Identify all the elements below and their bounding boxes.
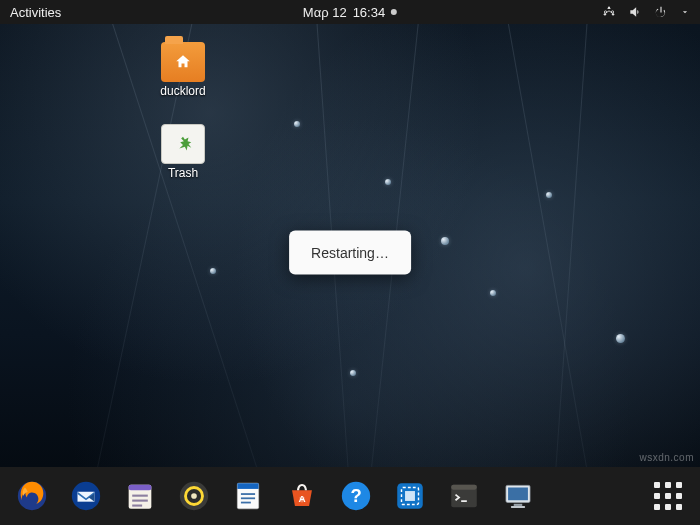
wallpaper-decoration [210,268,216,274]
svg-rect-15 [237,483,258,489]
trash-icon [161,124,205,164]
remote-desktop-icon [501,479,535,513]
firefox-icon [15,479,49,513]
wallpaper-decoration [350,370,356,376]
grid-dot-icon [654,482,660,488]
network-icon [602,5,616,19]
wallpaper-decoration [441,237,449,245]
volume-icon [628,5,642,19]
dock-item-remote[interactable] [496,474,540,518]
svg-rect-26 [451,485,477,490]
grid-dot-icon [654,493,660,499]
dock-item-rhythmbox[interactable] [172,474,216,518]
desktop-icon-home[interactable]: ducklord [148,42,218,98]
grid-dot-icon [676,493,682,499]
system-status-area[interactable] [602,5,690,19]
chevron-down-icon [680,7,690,17]
svg-rect-6 [129,485,152,491]
dock-item-files[interactable] [118,474,162,518]
clock-time: 16:34 [353,5,386,20]
wallpaper-decoration [294,121,300,127]
desktop-icon-label: ducklord [160,84,205,98]
grid-dot-icon [665,504,671,510]
wallpaper-decoration [616,334,625,343]
grid-dot-icon [676,482,682,488]
svg-rect-17 [241,497,255,499]
terminal-icon [447,479,481,513]
top-bar: Activities Μαρ 12 16:34 [0,0,700,24]
grid-dot-icon [676,504,682,510]
svg-rect-27 [461,500,467,502]
dialog-message: Restarting… [311,244,389,260]
svg-rect-30 [514,504,523,506]
dock-item-help[interactable]: ? [334,474,378,518]
svg-point-1 [604,13,606,15]
grid-dot-icon [665,493,671,499]
svg-rect-7 [132,495,148,497]
dock-item-writer[interactable] [226,474,270,518]
clock-date: Μαρ 12 [303,5,347,20]
svg-rect-8 [132,500,148,502]
rhythmbox-icon [177,479,211,513]
writer-icon [231,479,265,513]
svg-rect-16 [241,493,255,495]
svg-point-13 [191,493,197,499]
desktop-icon-label: Trash [168,166,198,180]
dock-item-terminal[interactable] [442,474,486,518]
dock-item-software[interactable]: A [280,474,324,518]
wallpaper-decoration [552,24,589,467]
wallpaper-decoration [490,290,496,296]
dock-item-thunderbird[interactable] [64,474,108,518]
grid-dot-icon [654,504,660,510]
svg-point-2 [612,13,614,15]
restart-dialog: Restarting… [289,230,411,274]
svg-point-0 [608,7,610,9]
thunderbird-icon [69,479,103,513]
wallpaper-decoration [546,192,552,198]
activities-button[interactable]: Activities [10,5,61,20]
dock-item-firefox[interactable] [10,474,54,518]
desktop-icon-trash[interactable]: Trash [148,124,218,180]
software-icon: A [285,479,319,513]
screenshot-icon [393,479,427,513]
svg-rect-29 [508,488,528,501]
help-icon: ? [339,479,373,513]
watermark-text: wsxdn.com [639,452,694,463]
dock-item-screenshot[interactable] [388,474,432,518]
wallpaper-decoration [385,179,391,185]
svg-rect-31 [511,506,525,508]
home-folder-icon [161,42,205,82]
wallpaper-decoration [504,24,593,467]
dock: A ? [0,467,700,525]
power-icon [654,5,668,19]
svg-rect-18 [241,502,251,504]
notification-dot-icon [391,9,397,15]
show-applications-button[interactable] [646,474,690,518]
svg-text:?: ? [350,485,361,506]
svg-text:A: A [298,493,305,504]
grid-dot-icon [665,482,671,488]
svg-rect-9 [132,505,142,507]
desktop-wallpaper[interactable]: ducklord Trash Restarting… [0,24,700,467]
files-icon [123,479,157,513]
svg-rect-24 [405,491,415,501]
clock-area[interactable]: Μαρ 12 16:34 [303,5,397,20]
